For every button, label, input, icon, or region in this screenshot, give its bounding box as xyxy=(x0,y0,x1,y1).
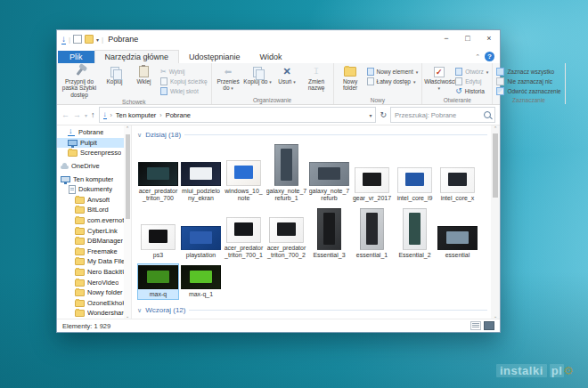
breadcrumb[interactable]: ↓ › Ten komputer › Pobrane ▾ xyxy=(99,107,377,123)
file-item[interactable]: acer_predator_triton_700_1 xyxy=(223,215,265,261)
computer-icon xyxy=(61,176,70,182)
copy-icon xyxy=(110,67,119,77)
new-item-button[interactable]: Nowy element ▾ xyxy=(365,67,421,77)
customize-qat-chevron-icon[interactable]: ▾ xyxy=(96,36,99,43)
move-to-button[interactable]: ⬅ Przenieś do ▾ xyxy=(214,65,243,93)
open-button[interactable]: Otwórz ▾ xyxy=(453,67,490,77)
sidebar-item-ozoneekhoh8[interactable]: OzoneEkhoH8 xyxy=(57,298,124,309)
cut-button[interactable]: ✂ Wytnij xyxy=(159,67,209,77)
refresh-icon[interactable]: ↻ xyxy=(380,110,387,119)
sidebar-item-label: Wondershare xyxy=(87,309,124,317)
file-item[interactable]: galaxy_note_7refurb xyxy=(308,160,350,204)
sidebar-item-onedrive[interactable]: OneDrive xyxy=(57,161,124,172)
sidebar-item-nerovideo[interactable]: NeroVideo xyxy=(57,277,124,287)
file-item[interactable]: essential_1 xyxy=(351,206,393,261)
group-label-select: Zaznaczanie xyxy=(494,97,562,104)
maximize-button[interactable]: □ xyxy=(457,30,478,46)
minimize-button[interactable]: − xyxy=(436,30,457,46)
content-scrollbar[interactable]: ⌃ ⌄ xyxy=(491,125,500,319)
invert-selection-button[interactable]: Odwróć zaznaczenie xyxy=(494,86,562,96)
copy-path-button[interactable]: Kopiuj ścieżkę xyxy=(159,77,209,86)
file-item[interactable]: gear_vr_2017 xyxy=(351,166,393,204)
easy-access-button[interactable]: Łatwy dostęp ▾ xyxy=(365,77,421,86)
tab-file[interactable]: Plik xyxy=(58,51,94,63)
sidebar-item-freemake[interactable]: Freemake xyxy=(57,247,124,257)
file-item[interactable]: acer_predator_triton_700 xyxy=(137,160,179,204)
select-all-button[interactable]: Zaznacz wszystko xyxy=(494,67,562,77)
collapse-ribbon-icon[interactable]: ⌃ xyxy=(475,53,480,61)
sidebar-item-ten-komputer[interactable]: Ten komputer xyxy=(57,174,124,184)
properties-button[interactable]: ✓ Właściwości ▾ xyxy=(424,65,453,93)
group-header[interactable]: ∨Wczoraj (12) xyxy=(137,305,487,315)
file-item[interactable]: miui_podzielony_ekran xyxy=(180,160,222,204)
pin-to-quick-access-button[interactable]: Przypnij do paska Szybki dostęp xyxy=(59,65,100,99)
watermark-suffix: pl xyxy=(550,364,565,377)
sidebar-item-pobrane[interactable]: Pobrane xyxy=(57,127,124,138)
breadcrumb-downloads[interactable]: Pobrane xyxy=(166,111,191,119)
file-thumbnail xyxy=(440,167,475,193)
file-item[interactable]: max-q xyxy=(137,263,179,300)
file-item[interactable]: acer_predator_triton_700_2 xyxy=(265,215,307,261)
title-bar[interactable]: ↓ | ▾ | Pobrane − □ × xyxy=(57,30,500,48)
sidebar-item-dbmanager[interactable]: DBManager xyxy=(57,236,124,247)
scrollbar-thumb[interactable] xyxy=(126,134,130,219)
breadcrumb-this-pc[interactable]: Ten komputer xyxy=(116,111,156,119)
file-thumbnail xyxy=(269,217,304,243)
sidebar-scrollbar[interactable]: ⌃ ⌄ xyxy=(124,125,131,319)
sidebar-item-wondershare[interactable]: Wondershare xyxy=(57,308,124,319)
scroll-up-icon[interactable]: ⌃ xyxy=(494,125,497,131)
quick-access-toolbar: ↓ | ▾ | xyxy=(61,35,103,44)
help-icon[interactable]: ? xyxy=(485,52,494,61)
copy-button[interactable]: Kopiuj xyxy=(100,65,129,85)
new-folder-icon[interactable] xyxy=(85,35,94,44)
file-item[interactable]: galaxy_note_7refurb_1 xyxy=(265,142,307,204)
scroll-down-icon[interactable]: ⌄ xyxy=(124,313,131,319)
edit-button[interactable]: Edytuj xyxy=(453,77,490,86)
file-item[interactable]: windows_10_note xyxy=(223,158,265,204)
sidebar-item-screenpresso[interactable]: Screenpresso xyxy=(57,148,124,158)
copy-to-button[interactable]: Kopiuj do ▾ xyxy=(243,65,273,86)
sidebar-item-dokumenty[interactable]: Dokumenty xyxy=(57,184,124,195)
close-button[interactable]: × xyxy=(478,30,500,46)
tab-home[interactable]: Narzędzia główne xyxy=(94,50,180,63)
file-item[interactable]: google_osobiste xyxy=(394,318,436,319)
sidebar-item-nero-backitup[interactable]: Nero BackItUp xyxy=(57,267,124,278)
rename-button[interactable]: ⌶ Zmień nazwę xyxy=(302,65,331,93)
sidebar-item-com-evernote-[interactable]: com.evernote- xyxy=(57,215,124,226)
sidebar-item-anvsoft[interactable]: Anvsoft xyxy=(57,195,124,206)
properties-icon[interactable] xyxy=(73,35,82,44)
group-header[interactable]: ∨Dzisiaj (18) xyxy=(137,130,487,140)
file-item[interactable]: intel_core_x xyxy=(437,166,478,204)
paste-shortcut-button[interactable]: Wklej skrót xyxy=(159,86,209,96)
up-icon[interactable]: ↑ xyxy=(91,110,95,119)
history-button[interactable]: ↺ Historia xyxy=(453,86,490,96)
large-icons-view-button[interactable] xyxy=(484,321,494,330)
scrollbar-thumb[interactable] xyxy=(493,133,498,198)
recent-locations-chevron-icon[interactable]: ▾ xyxy=(85,112,87,118)
file-item[interactable]: ps3 xyxy=(137,222,179,261)
details-view-button[interactable] xyxy=(470,321,481,330)
sidebar-item-cyberlink[interactable]: CyberLink xyxy=(57,225,124,236)
scroll-up-icon[interactable]: ⌃ xyxy=(126,125,129,131)
paste-button[interactable]: Wklej xyxy=(129,65,159,85)
sidebar-item-pulpit[interactable]: Pulpit xyxy=(57,138,124,149)
sidebar-item-bitlord[interactable]: BitLord xyxy=(57,205,124,215)
file-item[interactable]: playstation xyxy=(180,224,222,261)
search-input[interactable]: Przeszukaj: Pobrane xyxy=(390,107,495,123)
tab-view[interactable]: Widok xyxy=(250,51,292,63)
file-item[interactable]: Essential_3 xyxy=(308,206,350,261)
file-item[interactable]: intel_core_i9 xyxy=(394,166,436,204)
forward-icon[interactable]: → xyxy=(73,110,81,119)
address-dropdown-chevron-icon[interactable]: ▾ xyxy=(369,112,372,118)
file-item[interactable]: max-q_1 xyxy=(180,263,222,300)
scroll-down-icon[interactable]: ⌄ xyxy=(491,313,500,319)
new-folder-button[interactable]: Nowy folder xyxy=(336,65,365,93)
sidebar-item-my-data-files[interactable]: My Data Files xyxy=(57,256,124,267)
tab-share[interactable]: Udostępnianie xyxy=(179,51,250,63)
sidebar-item-nowy-folder[interactable]: Nowy folder xyxy=(57,287,124,298)
back-icon[interactable]: ← xyxy=(61,110,69,119)
file-item[interactable]: essential xyxy=(437,224,478,261)
select-none-button[interactable]: Nie zaznaczaj nic xyxy=(494,77,562,86)
file-item[interactable]: Essential_2 xyxy=(394,206,436,261)
delete-button[interactable]: ✕ Usuń ▾ xyxy=(273,65,302,86)
